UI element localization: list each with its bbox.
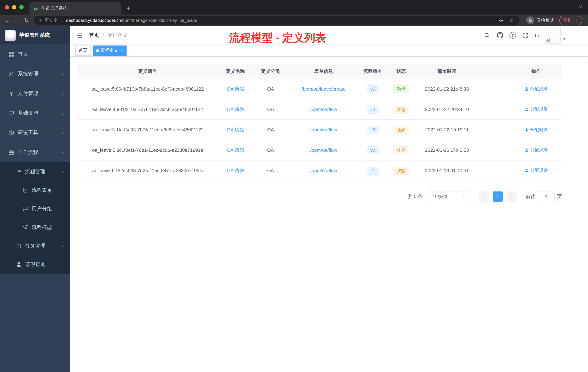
window-zoom-button[interactable] — [19, 5, 24, 10]
new-tab-button[interactable]: + — [123, 3, 134, 13]
tag-close-icon[interactable]: × — [120, 48, 123, 53]
table-row: oa_leave:2:3c1f0ef1-76b1-11ec-9c66-a2380… — [77, 140, 562, 161]
col-form-info: 表单信息 — [288, 64, 359, 79]
tag-home[interactable]: 首页 — [75, 45, 91, 55]
browser-tab[interactable]: 芋道管理系统 × — [30, 2, 121, 15]
sidebar-item-user-group[interactable]: 用户分组 — [0, 199, 70, 218]
form-link[interactable]: /bpm/oa/flow — [310, 107, 337, 112]
avatar[interactable] — [544, 27, 561, 44]
browser-update-button[interactable]: 更新 ⋮ — [559, 16, 582, 25]
security-label: 不安全 — [45, 17, 58, 23]
browser-tab-strip: 芋道管理系统 × + ∨ — [0, 0, 588, 15]
sidebar-item-devtools[interactable]: 研发工具 ∨ — [0, 123, 70, 143]
table-row: oa_leave:5:004b710b-7b8a-11ec-8ef0-acde4… — [77, 79, 562, 99]
cell-deploy-time: 2022-01-22 19:19:11 — [416, 120, 478, 140]
assign-rule-link[interactable]: 分配规则 — [525, 106, 548, 112]
definition-name-link[interactable]: OA 请假 — [227, 127, 244, 133]
sidebar-item-leave-query[interactable]: 请假查询 — [0, 255, 70, 274]
password-key-icon[interactable] — [497, 18, 505, 23]
search-icon[interactable] — [483, 31, 491, 39]
page-size-select[interactable]: 10条/页 ▾ — [429, 191, 468, 202]
next-page-button[interactable]: › — [506, 191, 517, 202]
window-close-button[interactable] — [5, 5, 9, 10]
tag-process-definition[interactable]: 流程定义 × — [93, 45, 126, 55]
status-badge: 挂起 — [393, 146, 409, 154]
definition-name-link[interactable]: OA 请假 — [227, 106, 244, 113]
person-icon — [15, 262, 22, 267]
assign-rule-link[interactable]: 分配规则 — [525, 127, 548, 133]
cell-deploy-time: 2022-01-22 21:48:38 — [416, 79, 478, 99]
not-secure-icon: ⚠ — [39, 18, 42, 23]
prev-page-button[interactable]: ‹ — [479, 191, 489, 202]
chevron-down-icon: ∨ — [61, 111, 64, 115]
status-badge: 挂起 — [393, 166, 409, 175]
document-icon — [22, 187, 28, 193]
form-link[interactable]: /bpm/oa/flow — [310, 168, 337, 173]
sidebar-item-task-management[interactable]: 任务管理 ∨ — [0, 237, 70, 255]
browser-toolbar: ← → ↻ ⚠ 不安全 dashboard.yudao.iocoder.cn/b… — [0, 15, 588, 26]
window-minimize-button[interactable] — [12, 5, 16, 10]
cell-category: OA — [253, 79, 288, 99]
address-bar[interactable]: ⚠ 不安全 dashboard.yudao.iocoder.cn/bpm/man… — [34, 16, 520, 25]
definition-name-link[interactable]: OA 请假 — [227, 167, 244, 174]
sidebar-item-infrastructure[interactable]: 基础设施 ∨ — [0, 103, 70, 123]
sidebar-item-workflow[interactable]: 工作流程 ∧ — [0, 143, 70, 162]
sidebar-item-process-form[interactable]: 流程表单 — [0, 181, 70, 199]
current-page-button[interactable]: 1 — [493, 191, 503, 202]
goto-label: 前往 — [526, 193, 535, 200]
cell-definition-id: oa_leave:4:991f2193-7b7f-11ec-a3c8-acde4… — [77, 99, 218, 119]
col-actions: 操作 — [510, 64, 562, 79]
chevron-up-icon: ∧ — [61, 170, 64, 174]
hamburger-icon[interactable] — [75, 31, 83, 39]
sidebar-item-payment[interactable]: ¥ 支付管理 ∨ — [0, 84, 70, 103]
version-badge: v1 — [367, 166, 378, 175]
reload-button[interactable]: ↻ — [22, 16, 31, 25]
chevron-down-icon: ∨ — [61, 244, 64, 248]
github-icon[interactable] — [496, 31, 504, 39]
goto-page-input[interactable] — [538, 191, 555, 202]
assign-rule-link[interactable]: 分配规则 — [525, 86, 548, 92]
app-title: 芋道管理系统 — [19, 32, 50, 39]
status-badge: 挂起 — [393, 126, 409, 134]
bookmark-star-icon[interactable]: ☆ — [507, 17, 515, 23]
monitor-icon — [8, 110, 15, 116]
sidebar-item-home[interactable]: 首页 — [0, 44, 70, 64]
sidebar-item-process-model[interactable]: 流程模型 — [0, 218, 70, 237]
version-badge: v2 — [367, 146, 378, 154]
gear-icon — [8, 71, 15, 77]
annotation-text: 流程模型 - 定义列表 — [229, 31, 326, 45]
forward-button[interactable]: → — [12, 16, 22, 25]
tab-close-icon[interactable]: × — [115, 6, 117, 11]
url-domain: dashboard.yudao.iocoder.cn — [66, 18, 121, 23]
assign-rule-link[interactable]: 分配规则 — [525, 147, 548, 153]
definition-name-link[interactable]: OA 请假 — [227, 86, 244, 92]
tags-bar: 首页 流程定义 × — [70, 44, 588, 57]
help-icon[interactable]: ? — [509, 31, 517, 39]
form-link[interactable]: /bpm/oa/leave/create — [302, 86, 346, 92]
form-link[interactable]: /bpm/oa/flow — [310, 127, 337, 132]
table-row: oa_leave:3:1fad3d93-7b75-11ec-a3c8-acde4… — [77, 120, 562, 140]
incognito-badge: 无痕模式 — [523, 16, 558, 24]
browser-menu-icon[interactable]: ⋮ — [574, 18, 578, 23]
breadcrumb-current: 流程定义 — [107, 32, 128, 39]
sidebar-item-system[interactable]: 系统管理 ∨ — [0, 64, 70, 84]
font-size-icon[interactable]: T↕ — [534, 33, 539, 38]
briefcase-icon — [8, 150, 15, 155]
assign-rule-link[interactable]: 分配规则 — [525, 167, 548, 174]
fullscreen-icon[interactable] — [521, 31, 529, 39]
tab-search-chevron-icon[interactable]: ∨ — [579, 4, 582, 9]
col-deploy-time: 部署时间 — [416, 64, 478, 79]
sidebar: 芋道管理系统 首页 系统管理 — [0, 26, 70, 372]
clipboard-icon — [15, 243, 22, 249]
definition-name-link[interactable]: OA 请假 — [227, 147, 244, 153]
col-definition-id: 定义编号 — [77, 64, 218, 79]
cell-category: OA — [253, 120, 288, 140]
sidebar-item-process-management[interactable]: 流程管理 ∧ — [0, 162, 70, 181]
breadcrumb-home[interactable]: 首页 — [89, 32, 99, 39]
back-button[interactable]: ← — [3, 16, 12, 25]
avatar-caret-icon[interactable]: ▾ — [563, 37, 565, 41]
update-label: 更新 — [563, 17, 572, 23]
version-badge: v3 — [367, 126, 378, 134]
app-logo-row: 芋道管理系统 — [0, 26, 70, 44]
form-link[interactable]: /bpm/oa/flow — [310, 147, 337, 153]
